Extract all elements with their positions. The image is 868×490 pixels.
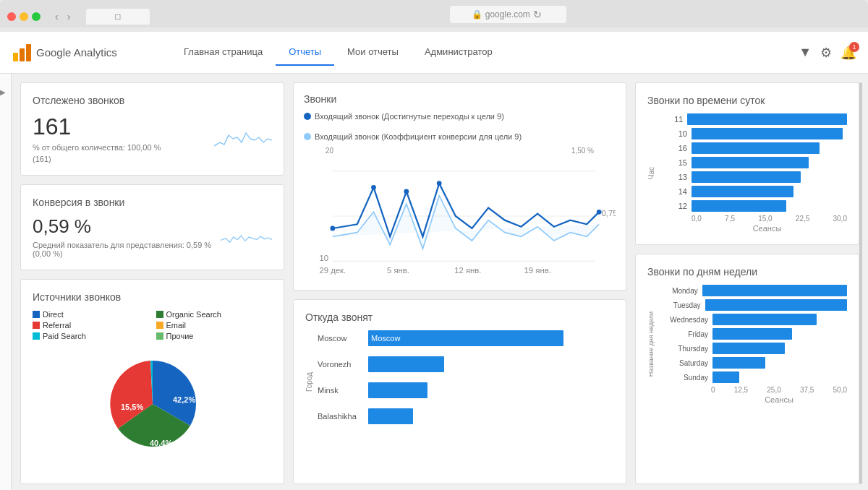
paid-label: Paid Search <box>43 332 86 340</box>
weekday-bar-value-thursday <box>712 343 785 354</box>
time-tick-3: 22,5 <box>796 215 809 223</box>
weekday-tick-3: 37,5 <box>800 386 814 394</box>
weekday-bar-value-sunday <box>712 371 739 383</box>
time-bar-15: 15 <box>658 157 847 168</box>
source-legend: Direct Organic Search Referral Emai <box>33 310 272 340</box>
y-axis-right-max: 1,50 % <box>571 147 594 155</box>
conversion-title: Конверсия в звонки <box>33 197 272 208</box>
direct-label: Direct <box>43 310 64 319</box>
time-bar-14: 14 <box>658 186 847 197</box>
svg-point-12 <box>597 210 602 215</box>
notification-icon[interactable]: 🔔 1 <box>841 45 856 61</box>
time-label-10: 10 <box>658 129 687 138</box>
time-bar-value-14 <box>692 186 793 197</box>
weekday-bar-monday: Monday <box>658 285 847 296</box>
nav-right: ▼ ⚙ 🔔 1 <box>799 45 856 61</box>
right-column: Звонки по времени суток Час 11 10 <box>635 82 859 484</box>
nav-admin[interactable]: Администратор <box>412 39 506 66</box>
legend-label-2: Входящий звонок (Коэффициент конверсии д… <box>315 132 522 141</box>
line-chart-wrapper: 20 1,50 % 10 0,75 % <box>304 147 616 280</box>
email-label: Email <box>166 321 187 330</box>
city-row-voronezh: Voronezh <box>318 356 614 372</box>
direct-color <box>33 311 40 318</box>
pie-label-organic: 40,4% <box>150 439 172 447</box>
svg-rect-2 <box>26 44 31 61</box>
refresh-icon[interactable]: ↻ <box>533 9 542 20</box>
weekday-label-friday: Friday <box>658 330 708 338</box>
conversion-sparkline <box>221 223 272 252</box>
svg-text:10: 10 <box>320 254 329 262</box>
pie-chart-container: 42,2% 40,4% 15,5% <box>33 346 272 462</box>
conversion-value: 0,59 % <box>33 215 221 238</box>
time-label-12: 12 <box>658 202 687 210</box>
time-label-16: 16 <box>658 144 687 152</box>
city-name-moscow: Moscow <box>318 334 368 343</box>
calls-tracked-title: Отслежено звонков <box>33 95 272 106</box>
svg-text:5 янв.: 5 янв. <box>387 266 409 275</box>
conversion-card: Конверсия в звонки 0,59 % Средний показа… <box>20 184 284 270</box>
time-tick-2: 15,0 <box>758 215 772 223</box>
organic-label: Organic Search <box>166 310 221 319</box>
weekday-label-thursday: Thursday <box>658 345 708 353</box>
weekday-chart-title: Звонки по дням недели <box>647 266 847 278</box>
legend-label-1: Входящий звонок (Достигнутые переходы к … <box>315 112 504 121</box>
weekday-tick-1: 12,5 <box>734 386 748 394</box>
city-row-minsk: Minsk <box>318 382 614 398</box>
close-button[interactable] <box>7 12 16 21</box>
nav-my-reports[interactable]: Мои отчеты <box>334 39 412 66</box>
time-bar-13: 13 <box>658 171 847 183</box>
from-chart-title: Откуда звонят <box>305 311 614 323</box>
sources-card: Источники звонков Direct Organic Search <box>20 279 284 484</box>
lock-icon: 🔒 <box>472 9 482 20</box>
nav-reports[interactable]: Отчеты <box>276 39 334 66</box>
nav-home[interactable]: Главная страница <box>171 39 276 66</box>
main-chart-title: Звонки <box>304 93 616 105</box>
forward-button[interactable]: › <box>64 9 74 24</box>
logo-icon <box>12 43 32 63</box>
calls-sparkline <box>214 124 272 153</box>
address-bar[interactable]: 🔒 google.com ↻ <box>450 6 566 23</box>
dropdown-icon[interactable]: ▼ <box>799 45 812 60</box>
city-name-minsk: Minsk <box>318 386 368 395</box>
url-text: google.com <box>485 9 530 20</box>
time-chart-title: Звонки по времени суток <box>647 95 847 106</box>
time-axis-label: Сеансы <box>658 224 847 233</box>
main-nav: Главная страница Отчеты Мои отчеты Админ… <box>171 39 506 66</box>
chart-legend: Входящий звонок (Достигнутые переходы к … <box>304 112 616 141</box>
time-chart-card: Звонки по времени суток Час 11 10 <box>635 82 859 245</box>
minimize-button[interactable] <box>20 12 28 21</box>
browser-tab[interactable]: □ <box>86 9 149 25</box>
legend-email: Email <box>156 321 273 330</box>
main-chart-card: Звонки Входящий звонок (Достигнутые пере… <box>293 82 626 291</box>
y-axis-max: 20 <box>326 147 333 155</box>
maximize-button[interactable] <box>32 12 41 21</box>
app-container: Google Analytics Главная страница Отчеты… <box>0 32 868 490</box>
weekday-label-wednesday: Wednesday <box>658 316 708 324</box>
line-chart: 10 0,75 % <box>304 155 616 278</box>
legend-item-1: Входящий звонок (Достигнутые переходы к … <box>304 112 504 121</box>
weekday-bar-friday: Friday <box>658 328 847 340</box>
city-bars: Moscow Moscow Voronezh Minsk <box>318 330 614 434</box>
weekday-label-tuesday: Tuesday <box>658 301 701 309</box>
svg-point-8 <box>330 226 335 231</box>
weekday-label-monday: Monday <box>658 287 698 295</box>
time-bar-value-11 <box>687 113 847 125</box>
legend-paid: Paid Search <box>33 332 149 340</box>
time-label-11: 11 <box>658 115 683 124</box>
settings-icon[interactable]: ⚙ <box>820 45 832 61</box>
legend-organic: Organic Search <box>156 310 273 319</box>
time-label-13: 13 <box>658 173 687 181</box>
time-bar-value-16 <box>692 142 820 154</box>
legend-item-2: Входящий звонок (Коэффициент конверсии д… <box>304 132 522 141</box>
time-label-14: 14 <box>658 187 687 196</box>
sidebar-toggle[interactable]: ▶ <box>0 88 6 96</box>
paid-color <box>33 332 40 340</box>
weekday-tick-0: 0 <box>711 386 715 394</box>
referral-color <box>33 322 40 329</box>
legend-other: Прочие <box>156 332 273 340</box>
back-button[interactable]: ‹ <box>52 9 61 24</box>
sources-title: Источники звонков <box>33 291 272 303</box>
svg-text:19 янв.: 19 янв. <box>524 266 551 275</box>
from-chart-body: Город Moscow Moscow Voronezh <box>305 330 614 434</box>
weekday-chart-body: Название дня недели Monday Tuesday <box>647 285 847 404</box>
